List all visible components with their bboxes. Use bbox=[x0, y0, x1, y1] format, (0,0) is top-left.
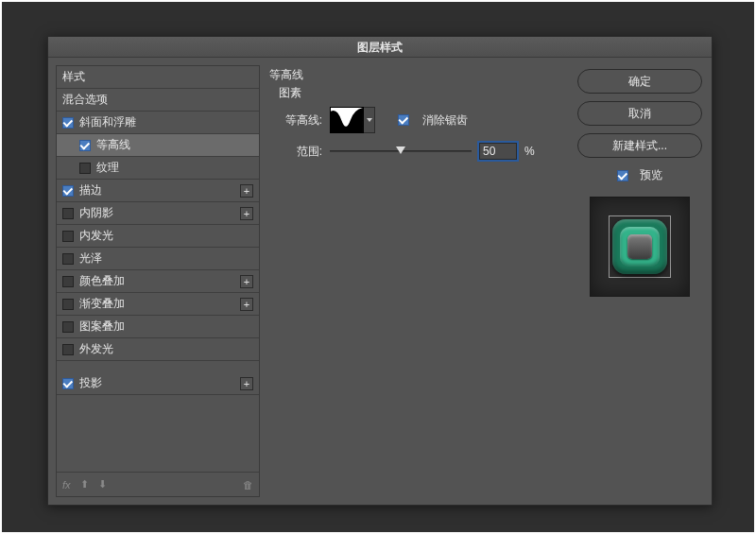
style-checkbox[interactable] bbox=[62, 378, 74, 389]
range-slider-handle[interactable] bbox=[396, 146, 405, 154]
style-item-label: 内阴影 bbox=[79, 205, 113, 221]
range-slider[interactable] bbox=[330, 145, 472, 158]
add-effect-icon[interactable]: + bbox=[240, 184, 253, 198]
trash-icon[interactable]: 🗑 bbox=[243, 479, 253, 491]
style-checkbox[interactable] bbox=[62, 276, 74, 287]
section-title: 等高线 bbox=[269, 67, 562, 83]
contour-label: 等高线: bbox=[279, 112, 322, 129]
blend-options-row[interactable]: 混合选项 bbox=[57, 89, 259, 112]
style-checkbox[interactable] bbox=[62, 117, 74, 129]
new-style-button[interactable]: 新建样式... bbox=[577, 133, 702, 158]
blend-options-label: 混合选项 bbox=[62, 92, 108, 108]
range-input[interactable] bbox=[479, 143, 517, 160]
style-checkbox[interactable] bbox=[62, 299, 74, 310]
fx-menu-icon[interactable]: fx bbox=[62, 479, 71, 491]
antialias-label: 消除锯齿 bbox=[422, 112, 468, 129]
styles-header[interactable]: 样式 bbox=[57, 66, 259, 89]
contour-picker[interactable] bbox=[330, 107, 364, 133]
style-checkbox[interactable] bbox=[79, 163, 91, 174]
add-effect-icon[interactable]: + bbox=[240, 207, 253, 220]
preview-thumbnail bbox=[590, 197, 690, 297]
style-item-label: 描边 bbox=[79, 182, 102, 198]
style-checkbox[interactable] bbox=[62, 208, 74, 219]
style-item[interactable]: 纹理 bbox=[57, 157, 259, 180]
styles-spacer bbox=[57, 395, 259, 472]
arrow-down-icon[interactable]: ⬇ bbox=[98, 478, 107, 491]
style-item[interactable]: 颜色叠加+ bbox=[57, 270, 259, 293]
cancel-button[interactable]: 取消 bbox=[577, 101, 702, 126]
style-checkbox[interactable] bbox=[62, 321, 74, 333]
style-item-label: 光泽 bbox=[79, 250, 102, 267]
style-item[interactable]: 图案叠加 bbox=[57, 316, 259, 338]
style-item[interactable]: 描边+ bbox=[57, 180, 259, 202]
style-item[interactable]: 内阴影+ bbox=[57, 202, 259, 225]
style-gap bbox=[57, 361, 259, 372]
add-effect-icon[interactable]: + bbox=[240, 298, 253, 311]
style-item[interactable]: 渐变叠加+ bbox=[57, 293, 259, 316]
style-item-label: 颜色叠加 bbox=[79, 273, 125, 289]
styles-header-label: 样式 bbox=[62, 69, 85, 85]
layer-style-dialog: 图层样式 样式 混合选项 斜面和浮雕等高线纹理描边+内阴影+内发光光泽颜色叠加+… bbox=[47, 36, 713, 506]
style-item-label: 图案叠加 bbox=[79, 319, 125, 335]
contour-dropdown-icon[interactable] bbox=[364, 107, 375, 133]
style-item-label: 投影 bbox=[79, 375, 102, 391]
range-suffix: % bbox=[524, 145, 535, 158]
style-checkbox[interactable] bbox=[62, 231, 74, 242]
preview-checkbox[interactable] bbox=[617, 170, 628, 181]
style-item-label: 渐变叠加 bbox=[79, 296, 125, 312]
section-subtitle: 图素 bbox=[279, 85, 562, 101]
style-item[interactable]: 内发光 bbox=[57, 225, 259, 248]
dialog-buttons: 确定 取消 新建样式... 预览 bbox=[572, 65, 704, 497]
style-item[interactable]: 光泽 bbox=[57, 248, 259, 270]
style-item-label: 纹理 bbox=[96, 160, 119, 176]
style-checkbox[interactable] bbox=[62, 344, 74, 355]
style-item[interactable]: 斜面和浮雕 bbox=[57, 112, 259, 134]
arrow-up-icon[interactable]: ⬆ bbox=[80, 478, 89, 491]
range-label: 范围: bbox=[279, 144, 322, 160]
style-item[interactable]: 等高线 bbox=[57, 134, 259, 157]
preview-label: 预览 bbox=[640, 167, 662, 183]
style-item-label: 等高线 bbox=[96, 137, 130, 153]
style-item[interactable]: 投影+ bbox=[57, 372, 259, 395]
contour-settings-panel: 等高线 图素 等高线: 消除锯齿 bbox=[260, 65, 572, 497]
style-item-label: 斜面和浮雕 bbox=[79, 114, 136, 130]
dialog-title: 图层样式 bbox=[48, 37, 712, 58]
style-checkbox[interactable] bbox=[62, 253, 74, 265]
antialias-checkbox[interactable] bbox=[398, 114, 409, 126]
ok-button[interactable]: 确定 bbox=[577, 69, 702, 94]
style-item-label: 外发光 bbox=[79, 341, 113, 357]
style-checkbox[interactable] bbox=[62, 185, 74, 197]
styles-list: 样式 混合选项 斜面和浮雕等高线纹理描边+内阴影+内发光光泽颜色叠加+渐变叠加+… bbox=[56, 65, 260, 497]
style-item-label: 内发光 bbox=[79, 228, 113, 244]
style-checkbox[interactable] bbox=[79, 140, 91, 151]
styles-footer: fx ⬆ ⬇ 🗑 bbox=[57, 472, 259, 496]
add-effect-icon[interactable]: + bbox=[240, 377, 253, 390]
style-item[interactable]: 外发光 bbox=[57, 338, 259, 361]
add-effect-icon[interactable]: + bbox=[240, 275, 253, 288]
